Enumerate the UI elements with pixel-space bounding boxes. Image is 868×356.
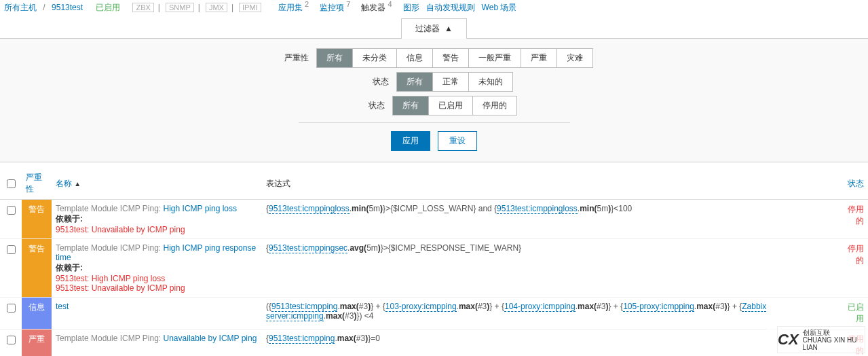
status-link[interactable]: 停用的 bbox=[848, 244, 864, 265]
name-cell: Template Module ICMP Ping: High ICMP pin… bbox=[52, 200, 262, 239]
expression-text: #3 bbox=[715, 302, 724, 311]
col-status[interactable]: 状态 bbox=[848, 179, 864, 188]
host-interface-types: ZBX|SNMP|JMX|IPMI bbox=[131, 3, 265, 12]
apply-button[interactable]: 应用 bbox=[391, 131, 430, 151]
expression-item-link[interactable]: 9513test:icmpping bbox=[269, 334, 335, 344]
trigger-name-link[interactable]: test bbox=[56, 302, 69, 311]
nav-tab-count: 7 bbox=[344, 0, 350, 8]
interface-type: IPMI bbox=[239, 3, 261, 12]
expression-item-link[interactable]: 9513test:icmppingsec bbox=[269, 243, 347, 253]
filter-option[interactable]: 所有 bbox=[317, 49, 353, 67]
trigger-name-link[interactable]: High ICMP ping loss bbox=[164, 204, 238, 213]
row-checkbox[interactable] bbox=[7, 304, 16, 313]
filter-option[interactable]: 严重 bbox=[521, 49, 557, 67]
filter-option[interactable]: 正常 bbox=[433, 73, 469, 91]
expression-text: } + { bbox=[371, 302, 385, 311]
expression-text: }>{$ICMP_LOSS_WARN} and { bbox=[383, 204, 497, 213]
col-name[interactable]: 名称 ▲ bbox=[56, 179, 81, 188]
filter-option[interactable]: 已启用 bbox=[429, 96, 473, 115]
expression-func: max( bbox=[340, 302, 359, 311]
select-all-checkbox[interactable] bbox=[7, 179, 16, 188]
dependency-link[interactable]: 9513test: Unavailable by ICMP ping bbox=[56, 225, 185, 234]
name-cell: test bbox=[52, 298, 262, 330]
row-checkbox[interactable] bbox=[7, 245, 16, 254]
bc-all-hosts[interactable]: 所有主机 bbox=[4, 3, 37, 12]
filter-option[interactable]: 一般严重 bbox=[469, 49, 521, 67]
filter-option[interactable]: 未分类 bbox=[353, 49, 397, 67]
trigger-name-link[interactable]: Unavailable by ICMP ping bbox=[164, 334, 257, 343]
triggers-table: 严重性 名称 ▲ 表达式 状态 警告Template Module ICMP P… bbox=[0, 168, 868, 356]
filter-toggle[interactable]: 过滤器 ▲ bbox=[401, 18, 467, 39]
expression-func: max( bbox=[337, 334, 356, 343]
filter-severity-group: 所有未分类信息警告一般严重严重灾难 bbox=[316, 48, 593, 68]
expression-item-link[interactable]: 104-proxy:icmpping bbox=[504, 302, 575, 312]
filter-severity-label: 严重性 bbox=[275, 52, 309, 64]
nav-tab[interactable]: 监控项 bbox=[320, 3, 344, 12]
expression-cell: {9513test:icmppingloss.min(5m)}>{$ICMP_L… bbox=[262, 200, 841, 239]
expression-text: }=0 bbox=[368, 334, 380, 343]
expression-text: 5m bbox=[369, 204, 380, 213]
expression-text: #3 bbox=[356, 334, 365, 343]
sort-asc-icon: ▲ bbox=[74, 180, 81, 188]
status-link[interactable]: 停用的 bbox=[848, 204, 864, 226]
expression-item-link[interactable]: 105-proxy:icmpping bbox=[623, 302, 694, 312]
dependency-link[interactable]: 9513test: Unavailable by ICMP ping bbox=[56, 283, 185, 293]
row-checkbox[interactable] bbox=[7, 206, 16, 215]
bc-host[interactable]: 9513test bbox=[52, 3, 83, 12]
watermark: CX 创新互联CHUANG XIN HU LIAN bbox=[777, 326, 865, 353]
expression-item-link[interactable]: 9513test:icmpping bbox=[271, 302, 337, 312]
reset-button[interactable]: 重设 bbox=[438, 131, 477, 151]
expression-func: max( bbox=[459, 302, 478, 311]
depends-on-label: 依赖于: bbox=[56, 214, 83, 224]
nav-tabs: 应用集 2 监控项 7 触发器 4 图形 自动发现规则 Web 场景 bbox=[278, 3, 516, 12]
expression-text: }<100 bbox=[611, 204, 632, 213]
filter-option[interactable]: 未知的 bbox=[469, 73, 512, 91]
filter-option[interactable]: 灾难 bbox=[557, 49, 592, 67]
nav-tab-count: 4 bbox=[385, 0, 392, 8]
expression-text: 5m bbox=[366, 243, 378, 253]
filter-state-label: 状态 bbox=[355, 76, 389, 88]
expression-text: #3 bbox=[597, 302, 605, 311]
expression-cell: {9513test:icmppingsec.avg(5m)}>{$ICMP_RE… bbox=[262, 239, 841, 298]
expression-text: 5m bbox=[597, 204, 609, 213]
col-severity[interactable]: 严重性 bbox=[26, 173, 42, 194]
filter-option[interactable]: 警告 bbox=[433, 49, 469, 67]
template-prefix: Template Module ICMP Ping: bbox=[56, 243, 164, 253]
expression-text: #3 bbox=[359, 302, 368, 311]
expression-func: min( bbox=[580, 204, 597, 213]
filter-option[interactable]: 停用的 bbox=[473, 96, 516, 115]
filter-option[interactable]: 所有 bbox=[397, 73, 433, 91]
bc-sep: / bbox=[43, 3, 45, 12]
expression-text: } + { bbox=[728, 302, 742, 311]
expression-item-link[interactable]: 103-proxy:icmpping bbox=[385, 302, 457, 312]
bc-status: 已启用 bbox=[96, 3, 120, 12]
expression-text: }) <4 bbox=[356, 311, 373, 321]
expression-item-link[interactable]: 9513test:icmppingloss bbox=[497, 204, 578, 214]
expression-text: } + { bbox=[489, 302, 504, 311]
expression-item-link[interactable]: 9513test:icmppingloss bbox=[269, 204, 350, 214]
filter-option[interactable]: 信息 bbox=[397, 49, 433, 67]
nav-tab[interactable]: 图形 bbox=[403, 3, 419, 12]
status-link[interactable]: 已启用 bbox=[848, 302, 864, 323]
interface-type: SNMP bbox=[166, 3, 194, 12]
filter-panel: 严重性 所有未分类信息警告一般严重严重灾难 状态 所有正常未知的 状态 所有已启… bbox=[0, 38, 868, 162]
nav-tab[interactable]: 自动发现规则 bbox=[426, 3, 475, 12]
table-row: 严重Template Module ICMP Ping: Unavailable… bbox=[0, 330, 868, 357]
expression-cell: {9513test:icmpping.max(#3)}=0 bbox=[262, 330, 841, 357]
dependency-link[interactable]: 9513test: High ICMP ping loss bbox=[56, 274, 165, 283]
breadcrumb: 所有主机 / 9513test 已启用 ZBX|SNMP|JMX|IPMI 应用… bbox=[0, 0, 868, 18]
expression-func: max( bbox=[326, 311, 345, 321]
row-checkbox[interactable] bbox=[7, 336, 16, 344]
nav-tab[interactable]: 触发器 bbox=[361, 3, 385, 12]
depends-on-label: 依赖于: bbox=[56, 263, 83, 272]
expression-func: min( bbox=[352, 204, 369, 213]
nav-tab[interactable]: 应用集 bbox=[278, 3, 303, 12]
expression-text: } + { bbox=[608, 302, 623, 311]
severity-badge: 警告 bbox=[22, 200, 52, 239]
filter-option[interactable]: 所有 bbox=[393, 96, 429, 115]
filter-state-group: 所有正常未知的 bbox=[396, 72, 513, 92]
expression-cell: ({9513test:icmpping.max(#3)} + {103-prox… bbox=[262, 298, 841, 330]
table-row: 信息test({9513test:icmpping.max(#3)} + {10… bbox=[0, 298, 868, 330]
expression-func: max( bbox=[696, 302, 715, 311]
nav-tab[interactable]: Web 场景 bbox=[482, 3, 517, 12]
